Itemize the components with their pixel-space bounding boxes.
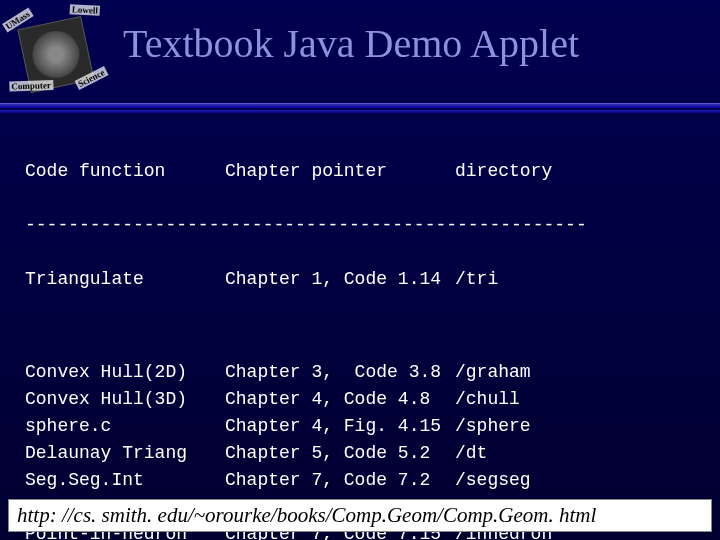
logo-corner: Lowell [70,4,100,16]
umass-logo: UMass Lowell Computer Science [0,1,111,104]
directory: /tri [455,266,498,293]
header-col1: Code function [25,158,225,185]
directory: /chull [455,386,520,413]
table-row: TriangulateChapter 1, Code 1.14/tri [25,266,702,293]
code-function: Convex Hull(2D) [25,359,225,386]
code-table: Code functionChapter pointerdirectory --… [0,113,720,540]
table-row: Seg.Seg.IntChapter 7, Code 7.2/segseg [25,467,702,494]
logo-corner: Computer [9,80,53,92]
footer-url: http: //cs. smith. edu/~orourke/books/Co… [8,499,712,532]
chapter-pointer: Chapter 7, Code 7.2 [225,467,455,494]
directory: /graham [455,359,531,386]
header-col3: directory [455,158,552,185]
chapter-pointer: Chapter 4, Fig. 4.15 [225,413,455,440]
directory: /sphere [455,413,531,440]
code-function: Triangulate [25,266,225,293]
code-function: Delaunay Triang [25,440,225,467]
chapter-pointer: Chapter 5, Code 5.2 [225,440,455,467]
chapter-pointer: Chapter 1, Code 1.14 [225,266,455,293]
header: UMass Lowell Computer Science Textbook J… [0,0,720,95]
divider [0,103,720,113]
code-function: sphere.c [25,413,225,440]
code-function: Seg.Seg.Int [25,467,225,494]
table-row: sphere.cChapter 4, Fig. 4.15/sphere [25,413,702,440]
dashes-row: ----------------------------------------… [25,212,702,239]
header-col2: Chapter pointer [225,158,455,185]
table-row: Delaunay TriangChapter 5, Code 5.2/dt [25,440,702,467]
table-header-row: Code functionChapter pointerdirectory [25,158,702,185]
directory: /segseg [455,467,531,494]
chapter-pointer: Chapter 3, Code 3.8 [225,359,455,386]
table-row: Convex Hull(3D)Chapter 4, Code 4.8/chull [25,386,702,413]
table-row: Convex Hull(2D)Chapter 3, Code 3.8/graha… [25,359,702,386]
directory: /dt [455,440,487,467]
code-function: Convex Hull(3D) [25,386,225,413]
page-title: Textbook Java Demo Applet [123,20,579,67]
chapter-pointer: Chapter 4, Code 4.8 [225,386,455,413]
